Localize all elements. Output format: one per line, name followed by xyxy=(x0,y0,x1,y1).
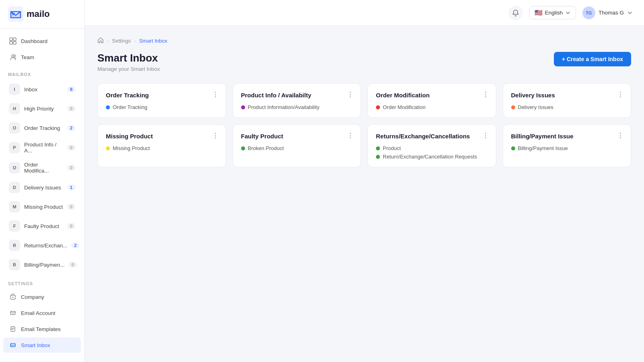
breadcrumb: › Settings › Smart Inbox xyxy=(97,37,631,45)
svg-rect-1 xyxy=(10,38,12,41)
main-area: 🇺🇸 English TG Thomas G › Settings › Smar… xyxy=(85,0,644,362)
sidebar-item-inbox[interactable]: I Inbox 8 xyxy=(3,80,81,99)
sidebar-label-product-info: Product Info / A... xyxy=(24,142,63,154)
sidebar-item-order-modifica[interactable]: O Order Modifica... 0 xyxy=(3,158,81,177)
card-menu-order-modification[interactable]: ⋮ xyxy=(481,90,490,99)
sidebar-letter-icon-faulty-product: F xyxy=(9,220,20,232)
card-menu-faulty-product[interactable]: ⋮ xyxy=(345,131,355,140)
sidebar-label-order-tracking: Order Tracking xyxy=(24,125,63,131)
sidebar-letter-icon-delivery-issues: D xyxy=(9,182,20,193)
settings-section-label: Settings xyxy=(0,275,84,288)
svg-point-6 xyxy=(14,55,16,56)
card-tag: Missing Product xyxy=(106,145,218,151)
user-chevron-icon xyxy=(627,10,633,16)
card-title-returns: Returns/Exchange/Cancellations xyxy=(376,133,488,140)
sidebar-letter-icon-billing: B xyxy=(9,259,20,270)
card-menu-order-tracking[interactable]: ⋮ xyxy=(211,90,220,99)
tag-dot xyxy=(241,146,245,150)
card-tags-returns: Product Return/Exchange/Cancellation Req… xyxy=(376,145,488,160)
tag-dot xyxy=(241,105,245,109)
sidebar-badge-faulty-product: 0 xyxy=(67,223,75,229)
email-templates-icon xyxy=(9,325,17,333)
sidebar-badge-product-info: 0 xyxy=(67,145,75,150)
card-menu-product-info[interactable]: ⋮ xyxy=(345,90,355,99)
card-title-order-modification: Order Modification xyxy=(376,92,488,99)
sidebar-letter-icon-returns: R xyxy=(9,240,20,251)
sidebar-letter-icon-missing-product: M xyxy=(9,201,20,212)
smart-inbox-icon xyxy=(9,341,17,349)
sidebar-item-delivery-issues[interactable]: D Delivery Issues 1 xyxy=(3,178,81,197)
sidebar-item-billing[interactable]: B Billing/Paymen... 0 xyxy=(3,255,81,274)
card-title-order-tracking: Order Tracking xyxy=(106,92,218,99)
page-content: › Settings › Smart Inbox Smart Inbox Man… xyxy=(85,26,644,362)
card-menu-returns[interactable]: ⋮ xyxy=(481,131,490,140)
breadcrumb-current: Smart Inbox xyxy=(139,38,167,44)
card-order-tracking[interactable]: Order Tracking Order Tracking ⋮ xyxy=(97,83,226,118)
user-avatar: TG xyxy=(582,6,595,19)
sidebar-label-high-priority: High Priority xyxy=(24,106,63,112)
dashboard-icon xyxy=(9,37,17,45)
sidebar-letter-icon-high-priority: H xyxy=(9,103,20,114)
sidebar-letter-icon-order-tracking: O xyxy=(9,122,20,134)
card-title-billing: Billing/Payment Issue xyxy=(511,133,623,140)
language-selector[interactable]: 🇺🇸 English xyxy=(529,6,576,19)
sidebar-badge-billing: 0 xyxy=(69,262,77,267)
sidebar-badge-delivery-issues: 1 xyxy=(67,185,75,190)
card-delivery-issues[interactable]: Delivery Issues Delivery Issues ⋮ xyxy=(503,83,632,118)
sidebar-team-label: Team xyxy=(21,54,75,60)
sidebar-settings-label-company: Company xyxy=(21,294,75,300)
card-menu-missing-product[interactable]: ⋮ xyxy=(211,131,220,140)
card-tag: Product Information/Availability xyxy=(241,104,353,110)
sidebar-item-missing-product[interactable]: M Missing Product 0 xyxy=(3,197,81,216)
sidebar-label-billing: Billing/Paymen... xyxy=(24,262,65,268)
tag-dot xyxy=(511,105,515,109)
sidebar-badge-missing-product: 0 xyxy=(67,204,75,210)
card-missing-product[interactable]: Missing Product Missing Product ⋮ xyxy=(97,124,226,167)
sidebar-item-faulty-product[interactable]: F Faulty Product 0 xyxy=(3,217,81,235)
card-menu-delivery-issues[interactable]: ⋮ xyxy=(615,90,625,99)
sidebar-settings-company[interactable]: Company xyxy=(3,289,81,304)
tag-label: Return/Exchange/Cancellation Requests xyxy=(383,154,477,160)
card-product-info[interactable]: Product Info / Availabilty Product Infor… xyxy=(233,83,361,118)
sidebar-item-dashboard[interactable]: Dashboard xyxy=(3,33,81,49)
sidebar-settings-email-account[interactable]: Email Account xyxy=(3,305,81,321)
svg-rect-10 xyxy=(11,327,15,331)
notification-bell[interactable] xyxy=(508,6,523,20)
card-tag: Product xyxy=(376,145,488,151)
sidebar-settings-smart-inbox[interactable]: Smart Inbox xyxy=(3,337,81,353)
tag-dot xyxy=(376,105,380,109)
breadcrumb-settings[interactable]: Settings xyxy=(112,38,131,44)
card-order-modification[interactable]: Order Modification Order Modification ⋮ xyxy=(367,83,496,118)
logo-text: mailo xyxy=(27,9,50,19)
card-faulty-product[interactable]: Faulty Product Broken Product ⋮ xyxy=(233,124,361,167)
card-billing[interactable]: Billing/Payment Issue Billing/Payment Is… xyxy=(503,124,632,167)
logo: mailo xyxy=(0,0,84,29)
card-menu-billing[interactable]: ⋮ xyxy=(615,131,625,140)
sidebar-item-returns[interactable]: R Returns/Exchan... 2 xyxy=(3,236,81,255)
mailbox-items: I Inbox 8 H High Priority 0 O Order Trac… xyxy=(0,79,84,275)
card-tags-faulty-product: Broken Product xyxy=(241,145,353,151)
sidebar-item-order-tracking[interactable]: O Order Tracking 2 xyxy=(3,119,81,137)
card-title-faulty-product: Faulty Product xyxy=(241,133,353,140)
logo-icon xyxy=(8,6,23,22)
breadcrumb-sep-1: › xyxy=(107,38,109,44)
svg-point-5 xyxy=(12,55,14,57)
page-subtitle: Manage your Smart Inbox xyxy=(97,66,160,72)
sidebar-badge-order-tracking: 2 xyxy=(67,125,75,131)
home-icon[interactable] xyxy=(97,37,104,45)
card-tag: Delivery Issues xyxy=(511,104,623,110)
flag-icon: 🇺🇸 xyxy=(535,9,543,16)
sidebar-letter-icon-inbox: I xyxy=(9,84,20,95)
sidebar-letter-icon-order-modifica: O xyxy=(9,162,20,173)
user-menu[interactable]: TG Thomas G xyxy=(582,6,633,19)
card-tags-delivery-issues: Delivery Issues xyxy=(511,104,623,110)
tag-dot xyxy=(106,105,110,109)
tag-dot xyxy=(511,146,515,150)
sidebar-item-team[interactable]: Team xyxy=(3,49,81,65)
card-returns[interactable]: Returns/Exchange/Cancellations Product R… xyxy=(367,124,496,167)
sidebar-item-product-info[interactable]: P Product Info / A... 0 xyxy=(3,138,81,157)
sidebar-item-high-priority[interactable]: H High Priority 0 xyxy=(3,99,81,118)
tag-label: Order Modification xyxy=(383,104,425,110)
create-smart-inbox-button[interactable]: + Create a Smart Inbox xyxy=(554,52,631,66)
sidebar-settings-email-templates[interactable]: Email Templates xyxy=(3,321,81,337)
